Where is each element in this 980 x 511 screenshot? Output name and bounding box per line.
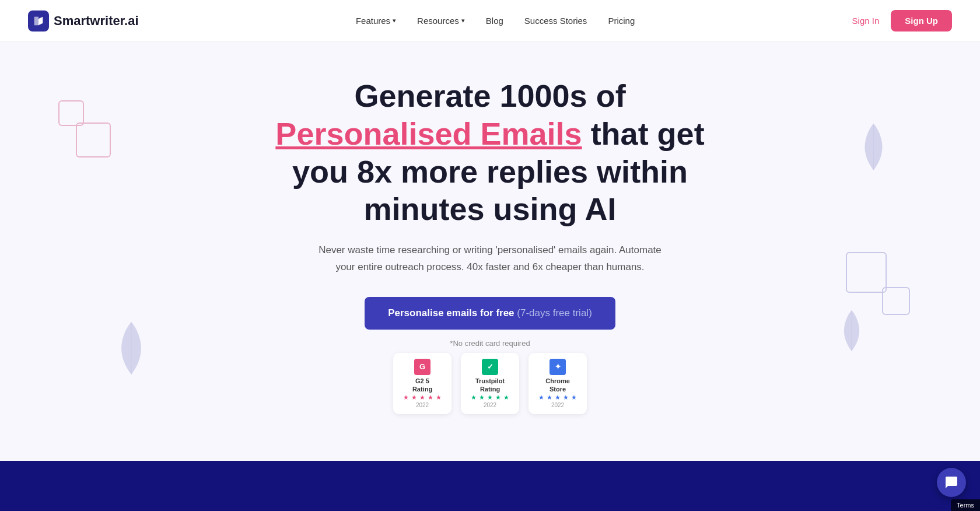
hero-title: Generate 1000s of Personalised Emails th… — [257, 77, 723, 228]
logo-icon — [28, 10, 49, 32]
deco-rect-3 — [846, 252, 887, 293]
features-chevron-icon: ▾ — [393, 17, 396, 24]
chrome-stars: ★★★★★ — [538, 394, 578, 401]
dark-section: Here's What You Can Expect In Seconds. U… — [0, 461, 980, 511]
logo-link[interactable]: Smartwriter.ai — [28, 10, 139, 32]
dark-section-title: Here's What You Can Expect In Seconds. U… — [23, 508, 957, 511]
resources-nav-item[interactable]: Resources ▾ — [417, 16, 465, 26]
trustpilot-label-line1: Trustpilot — [475, 377, 505, 384]
chrome-label-line2: Store — [550, 386, 566, 393]
nav-links: Features ▾ Resources ▾ Blog Success Stor… — [356, 16, 635, 26]
rating-g2: G G2 5 Rating ★★★★★ 2022 — [393, 353, 452, 414]
chrome-label-line1: Chrome — [545, 377, 570, 384]
feather-left-icon — [117, 322, 146, 374]
resources-chevron-icon: ▾ — [461, 17, 465, 24]
g2-year: 2022 — [416, 402, 429, 408]
rating-trustpilot: ✓ Trustpilot Rating ★★★★★ 2022 — [461, 353, 519, 414]
chrome-icon: ✦ — [550, 359, 566, 375]
trustpilot-icon: ✓ — [482, 359, 498, 375]
deco-rect-2 — [76, 123, 111, 158]
hero-subtitle: Never waste time researching or writing … — [315, 242, 665, 276]
terms-overlay: Terms — [951, 499, 980, 511]
pricing-nav-item[interactable]: Pricing — [608, 16, 635, 26]
nav-actions: Sign In Sign Up — [852, 10, 952, 32]
g2-icon: G — [414, 359, 430, 375]
ratings-row: G G2 5 Rating ★★★★★ 2022 ✓ Trustpilot Ra… — [23, 353, 957, 414]
cta-button[interactable]: Personalise emails for free (7-days free… — [365, 297, 615, 330]
navbar: Smartwriter.ai Features ▾ Resources ▾ Bl… — [0, 0, 980, 42]
logo-text: Smartwriter.ai — [54, 13, 139, 29]
g2-stars: ★★★★★ — [402, 394, 442, 401]
chat-button[interactable] — [937, 468, 966, 497]
trustpilot-stars: ★★★★★ — [470, 394, 510, 401]
deco-rect-4 — [882, 287, 910, 315]
trustpilot-label-line2: Rating — [480, 386, 500, 393]
g2-label-line2: Rating — [412, 386, 432, 393]
g2-label-line1: G2 5 — [415, 377, 429, 384]
signup-button[interactable]: Sign Up — [891, 10, 952, 32]
success-stories-nav-item[interactable]: Success Stories — [524, 16, 587, 26]
hero-section: Generate 1000s of Personalised Emails th… — [0, 42, 980, 461]
feather-right-lower-icon — [840, 310, 863, 351]
blog-nav-item[interactable]: Blog — [486, 16, 503, 26]
feather-right-icon — [860, 124, 887, 170]
features-nav-item[interactable]: Features ▾ — [356, 16, 396, 26]
chat-icon — [944, 475, 958, 489]
trustpilot-year: 2022 — [484, 402, 496, 408]
rating-chrome: ✦ Chrome Store ★★★★★ 2022 — [528, 353, 587, 414]
signin-button[interactable]: Sign In — [852, 16, 880, 26]
chrome-year: 2022 — [551, 402, 564, 408]
no-cc-text: *No credit card required — [450, 339, 530, 348]
